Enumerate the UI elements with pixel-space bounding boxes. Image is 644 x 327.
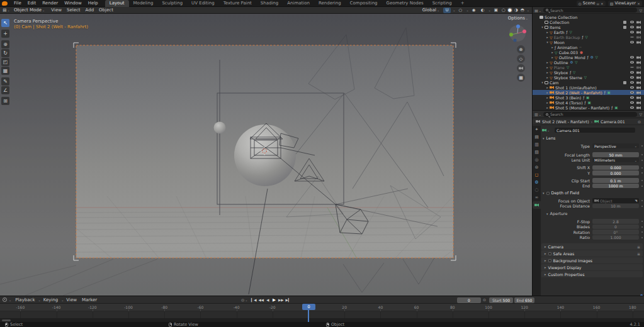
play-button[interactable]: ▶ bbox=[271, 297, 277, 302]
properties-tab-world[interactable]: ⊚ bbox=[533, 164, 541, 171]
property-field-end[interactable]: 1000 m bbox=[592, 184, 639, 189]
pin-icon[interactable]: ⊙ bbox=[638, 119, 641, 124]
hide-eye-icon[interactable] bbox=[630, 61, 634, 64]
workspace-tab-compositing[interactable]: Compositing bbox=[346, 0, 382, 7]
tool-measure[interactable]: ∠ bbox=[1, 86, 9, 94]
timeline-menu-view[interactable]: View bbox=[64, 297, 79, 302]
properties-tab-scene[interactable]: ◎ bbox=[533, 156, 541, 164]
outliner-row[interactable]: ▸▽Skyboxƒ▽ bbox=[533, 70, 644, 75]
outliner-row[interactable]: ▸▽Skybox Sterne▽ bbox=[533, 75, 644, 80]
outliner-row[interactable]: ▸▽Cube.003● bbox=[533, 50, 644, 55]
breadcrumb-data[interactable]: Camera.001 bbox=[601, 119, 625, 124]
current-frame-field[interactable]: 0 bbox=[457, 297, 481, 303]
orientation-dropdown[interactable]: Global⌄ bbox=[420, 8, 443, 13]
frame-end-field[interactable]: End650 bbox=[514, 297, 534, 303]
disable-render-icon[interactable] bbox=[636, 106, 641, 109]
menu-render[interactable]: Render bbox=[39, 1, 61, 6]
disable-render-icon[interactable] bbox=[636, 86, 641, 89]
disable-render-icon[interactable] bbox=[636, 56, 641, 59]
tool-transform[interactable]: ▦ bbox=[1, 67, 9, 75]
editor-type-button[interactable]: ▤⌄ bbox=[3, 8, 10, 13]
timeline-menu-marker[interactable]: Marker bbox=[79, 297, 99, 302]
hide-eye-icon[interactable] bbox=[630, 101, 634, 104]
outliner-row[interactable]: ▾▽Moon bbox=[533, 40, 644, 45]
mode-dropdown[interactable]: Object Mode⌄ bbox=[11, 8, 47, 13]
unlink-scene-icon[interactable]: × bbox=[601, 1, 604, 6]
menu-window[interactable]: Window bbox=[61, 1, 85, 6]
preview-range-icon[interactable]: ⊙ bbox=[483, 297, 486, 302]
dof-checkbox[interactable] bbox=[546, 192, 550, 195]
hide-eye-icon[interactable] bbox=[630, 67, 634, 68]
properties-tab-constraints[interactable]: ∞ bbox=[533, 194, 541, 201]
outliner-row[interactable]: ▸Shot 5 (Monster - Ranfahrt)ƒ▣ bbox=[533, 105, 644, 110]
disable-render-icon[interactable] bbox=[636, 61, 641, 64]
panel-viewport-display[interactable]: ▸Viewport Display bbox=[541, 264, 643, 270]
disable-render-icon[interactable] bbox=[636, 101, 641, 104]
disable-render-icon[interactable] bbox=[636, 41, 641, 44]
menu-help[interactable]: Help bbox=[85, 1, 101, 6]
outliner-row[interactable]: ▾Cam bbox=[533, 80, 644, 85]
panel-custom-properties[interactable]: ▸Custom Properties bbox=[541, 271, 643, 277]
panel-checkbox[interactable] bbox=[548, 259, 551, 262]
properties-tab-modifiers[interactable]: ⚙ bbox=[533, 179, 541, 186]
aperture-subpanel-header[interactable]: ▾Aperture bbox=[546, 211, 567, 216]
outliner-display-mode-icon[interactable]: ▤⌄ bbox=[534, 8, 541, 13]
panel-camera[interactable]: ▸Camera≡ bbox=[541, 243, 643, 250]
tool-rotate[interactable]: ↻ bbox=[1, 49, 9, 57]
workspace-tab-sculpting[interactable]: Sculpting bbox=[157, 0, 187, 7]
hide-eye-icon[interactable] bbox=[630, 86, 634, 89]
animate-property-dot[interactable] bbox=[641, 231, 643, 233]
hide-eye-icon[interactable] bbox=[630, 36, 634, 38]
outliner-row[interactable]: Collection bbox=[533, 19, 644, 25]
properties-search-input[interactable]: Search bbox=[543, 112, 638, 117]
camera-view-icon[interactable] bbox=[517, 64, 525, 72]
animate-property-dot[interactable] bbox=[641, 160, 643, 161]
properties-editor-icon[interactable]: ▥⌄ bbox=[534, 112, 541, 116]
add-workspace-button[interactable]: + bbox=[456, 0, 469, 6]
overlays-toggle-icon[interactable]: ◐ bbox=[479, 8, 487, 13]
animate-property-dot[interactable] bbox=[641, 200, 643, 201]
playhead-frame-badge[interactable]: 0 bbox=[302, 304, 315, 310]
hide-eye-icon[interactable] bbox=[630, 76, 634, 79]
animate-property-dot[interactable] bbox=[641, 180, 643, 181]
property-field-ratio[interactable]: 1.000 bbox=[592, 235, 639, 240]
datablock-name-field[interactable]: Camera.001 bbox=[555, 128, 635, 133]
property-field-f-stop[interactable]: 2.8 bbox=[592, 219, 639, 224]
property-field-clip-start[interactable]: 0.1 m bbox=[592, 178, 639, 183]
animate-property-dot[interactable] bbox=[641, 167, 643, 169]
navigation-gizmo[interactable] bbox=[508, 24, 527, 43]
workspace-tab-animation[interactable]: Animation bbox=[283, 0, 314, 7]
animate-property-dot[interactable] bbox=[641, 154, 643, 155]
property-field-rotation[interactable]: 0° bbox=[592, 230, 639, 235]
auto-keying-toggle[interactable]: ◎⌄ bbox=[241, 297, 247, 302]
jump-to-end-button[interactable]: ▶▎ bbox=[285, 297, 291, 302]
disable-render-icon[interactable] bbox=[636, 96, 641, 99]
hide-eye-icon[interactable] bbox=[630, 26, 634, 28]
property-field-y[interactable]: 0.000 bbox=[592, 170, 639, 175]
workspace-tab-layout[interactable]: Layout bbox=[105, 0, 129, 7]
disable-render-icon[interactable] bbox=[636, 91, 641, 94]
disable-render-icon[interactable] bbox=[636, 66, 641, 69]
timeline-editor-type-icon[interactable] bbox=[3, 297, 7, 302]
proportional-editing-icon[interactable]: ○ bbox=[456, 8, 464, 13]
hide-eye-icon[interactable] bbox=[630, 91, 634, 94]
properties-tab-output[interactable]: ▥ bbox=[533, 141, 541, 148]
property-field-focus-distance[interactable]: 10 m bbox=[592, 204, 639, 209]
view-layer-selector[interactable]: ▧ ViewLayer × bbox=[608, 1, 642, 6]
tool-annotate[interactable]: ✎ bbox=[1, 77, 9, 86]
tool-cursor[interactable]: + bbox=[1, 30, 9, 38]
selectability-checkbox[interactable] bbox=[623, 21, 626, 24]
tool-move[interactable]: ⊕ bbox=[1, 40, 9, 48]
properties-tab-object-data[interactable] bbox=[533, 201, 541, 209]
disable-render-icon[interactable] bbox=[636, 21, 641, 24]
viewport-menu-view[interactable]: View bbox=[48, 8, 64, 13]
animate-property-dot[interactable] bbox=[641, 186, 643, 187]
menu-file[interactable]: File bbox=[11, 1, 25, 6]
disable-render-icon[interactable] bbox=[636, 81, 641, 84]
properties-filter-icon[interactable]: ▽ bbox=[639, 112, 642, 116]
animate-property-dot[interactable] bbox=[641, 145, 643, 147]
outliner-row[interactable]: ▸Shot 4 (Torso)ƒ▣ bbox=[533, 100, 644, 105]
hide-eye-icon[interactable] bbox=[630, 21, 634, 23]
blender-logo-icon[interactable] bbox=[2, 1, 8, 6]
panel-safe-areas[interactable]: ▸Safe Areas≡ bbox=[541, 250, 643, 257]
